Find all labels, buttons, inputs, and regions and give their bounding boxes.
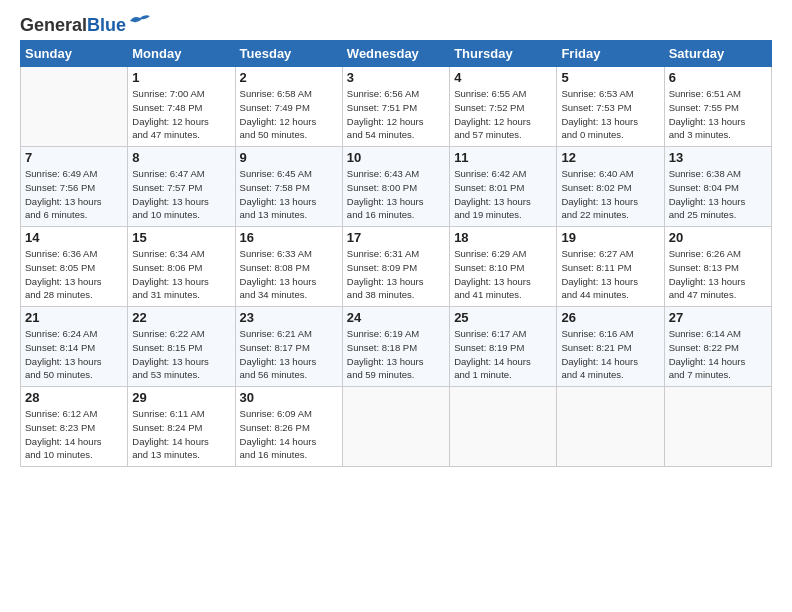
day-number: 18 [454,230,552,245]
day-info: Sunrise: 6:45 AM Sunset: 7:58 PM Dayligh… [240,167,338,222]
weekday-header-friday: Friday [557,41,664,67]
calendar-cell: 19Sunrise: 6:27 AM Sunset: 8:11 PM Dayli… [557,227,664,307]
day-number: 25 [454,310,552,325]
week-row-2: 7Sunrise: 6:49 AM Sunset: 7:56 PM Daylig… [21,147,772,227]
day-number: 29 [132,390,230,405]
week-row-5: 28Sunrise: 6:12 AM Sunset: 8:23 PM Dayli… [21,387,772,467]
day-info: Sunrise: 7:00 AM Sunset: 7:48 PM Dayligh… [132,87,230,142]
day-number: 19 [561,230,659,245]
logo-bird-icon [128,13,150,29]
day-info: Sunrise: 6:17 AM Sunset: 8:19 PM Dayligh… [454,327,552,382]
day-info: Sunrise: 6:29 AM Sunset: 8:10 PM Dayligh… [454,247,552,302]
day-info: Sunrise: 6:12 AM Sunset: 8:23 PM Dayligh… [25,407,123,462]
day-number: 16 [240,230,338,245]
day-info: Sunrise: 6:42 AM Sunset: 8:01 PM Dayligh… [454,167,552,222]
calendar-cell: 4Sunrise: 6:55 AM Sunset: 7:52 PM Daylig… [450,67,557,147]
week-row-3: 14Sunrise: 6:36 AM Sunset: 8:05 PM Dayli… [21,227,772,307]
calendar-cell [557,387,664,467]
day-number: 13 [669,150,767,165]
day-number: 30 [240,390,338,405]
day-info: Sunrise: 6:58 AM Sunset: 7:49 PM Dayligh… [240,87,338,142]
day-info: Sunrise: 6:19 AM Sunset: 8:18 PM Dayligh… [347,327,445,382]
header: GeneralBlue [20,16,772,34]
day-number: 1 [132,70,230,85]
calendar-cell: 23Sunrise: 6:21 AM Sunset: 8:17 PM Dayli… [235,307,342,387]
calendar-cell: 20Sunrise: 6:26 AM Sunset: 8:13 PM Dayli… [664,227,771,307]
calendar-cell: 25Sunrise: 6:17 AM Sunset: 8:19 PM Dayli… [450,307,557,387]
calendar-cell: 3Sunrise: 6:56 AM Sunset: 7:51 PM Daylig… [342,67,449,147]
day-info: Sunrise: 6:21 AM Sunset: 8:17 PM Dayligh… [240,327,338,382]
day-info: Sunrise: 6:22 AM Sunset: 8:15 PM Dayligh… [132,327,230,382]
day-number: 9 [240,150,338,165]
calendar-cell [450,387,557,467]
calendar: SundayMondayTuesdayWednesdayThursdayFrid… [20,40,772,467]
day-number: 17 [347,230,445,245]
weekday-header-tuesday: Tuesday [235,41,342,67]
weekday-header-thursday: Thursday [450,41,557,67]
calendar-cell: 16Sunrise: 6:33 AM Sunset: 8:08 PM Dayli… [235,227,342,307]
logo: GeneralBlue [20,16,150,34]
week-row-1: 1Sunrise: 7:00 AM Sunset: 7:48 PM Daylig… [21,67,772,147]
day-number: 15 [132,230,230,245]
day-number: 14 [25,230,123,245]
day-info: Sunrise: 6:40 AM Sunset: 8:02 PM Dayligh… [561,167,659,222]
calendar-cell: 1Sunrise: 7:00 AM Sunset: 7:48 PM Daylig… [128,67,235,147]
weekday-header-monday: Monday [128,41,235,67]
calendar-cell: 27Sunrise: 6:14 AM Sunset: 8:22 PM Dayli… [664,307,771,387]
day-info: Sunrise: 6:11 AM Sunset: 8:24 PM Dayligh… [132,407,230,462]
calendar-cell: 15Sunrise: 6:34 AM Sunset: 8:06 PM Dayli… [128,227,235,307]
calendar-cell [342,387,449,467]
calendar-cell: 26Sunrise: 6:16 AM Sunset: 8:21 PM Dayli… [557,307,664,387]
logo-blue: Blue [87,15,126,35]
logo-general: General [20,15,87,35]
calendar-cell: 10Sunrise: 6:43 AM Sunset: 8:00 PM Dayli… [342,147,449,227]
calendar-cell: 21Sunrise: 6:24 AM Sunset: 8:14 PM Dayli… [21,307,128,387]
calendar-cell: 30Sunrise: 6:09 AM Sunset: 8:26 PM Dayli… [235,387,342,467]
calendar-cell: 11Sunrise: 6:42 AM Sunset: 8:01 PM Dayli… [450,147,557,227]
day-number: 2 [240,70,338,85]
day-info: Sunrise: 6:36 AM Sunset: 8:05 PM Dayligh… [25,247,123,302]
day-number: 21 [25,310,123,325]
weekday-header-saturday: Saturday [664,41,771,67]
calendar-cell: 28Sunrise: 6:12 AM Sunset: 8:23 PM Dayli… [21,387,128,467]
calendar-cell [21,67,128,147]
day-info: Sunrise: 6:43 AM Sunset: 8:00 PM Dayligh… [347,167,445,222]
day-info: Sunrise: 6:31 AM Sunset: 8:09 PM Dayligh… [347,247,445,302]
day-number: 4 [454,70,552,85]
calendar-cell: 8Sunrise: 6:47 AM Sunset: 7:57 PM Daylig… [128,147,235,227]
calendar-cell: 29Sunrise: 6:11 AM Sunset: 8:24 PM Dayli… [128,387,235,467]
calendar-cell: 22Sunrise: 6:22 AM Sunset: 8:15 PM Dayli… [128,307,235,387]
calendar-cell: 24Sunrise: 6:19 AM Sunset: 8:18 PM Dayli… [342,307,449,387]
day-number: 6 [669,70,767,85]
day-number: 7 [25,150,123,165]
weekday-header-sunday: Sunday [21,41,128,67]
day-number: 28 [25,390,123,405]
calendar-cell: 5Sunrise: 6:53 AM Sunset: 7:53 PM Daylig… [557,67,664,147]
calendar-cell: 9Sunrise: 6:45 AM Sunset: 7:58 PM Daylig… [235,147,342,227]
day-info: Sunrise: 6:49 AM Sunset: 7:56 PM Dayligh… [25,167,123,222]
day-info: Sunrise: 6:47 AM Sunset: 7:57 PM Dayligh… [132,167,230,222]
weekday-header-row: SundayMondayTuesdayWednesdayThursdayFrid… [21,41,772,67]
calendar-cell: 12Sunrise: 6:40 AM Sunset: 8:02 PM Dayli… [557,147,664,227]
day-info: Sunrise: 6:24 AM Sunset: 8:14 PM Dayligh… [25,327,123,382]
day-number: 5 [561,70,659,85]
day-info: Sunrise: 6:53 AM Sunset: 7:53 PM Dayligh… [561,87,659,142]
day-number: 8 [132,150,230,165]
calendar-cell [664,387,771,467]
calendar-cell: 6Sunrise: 6:51 AM Sunset: 7:55 PM Daylig… [664,67,771,147]
day-number: 10 [347,150,445,165]
day-info: Sunrise: 6:56 AM Sunset: 7:51 PM Dayligh… [347,87,445,142]
day-info: Sunrise: 6:09 AM Sunset: 8:26 PM Dayligh… [240,407,338,462]
day-number: 12 [561,150,659,165]
day-number: 27 [669,310,767,325]
day-info: Sunrise: 6:16 AM Sunset: 8:21 PM Dayligh… [561,327,659,382]
calendar-cell: 14Sunrise: 6:36 AM Sunset: 8:05 PM Dayli… [21,227,128,307]
day-info: Sunrise: 6:38 AM Sunset: 8:04 PM Dayligh… [669,167,767,222]
day-number: 11 [454,150,552,165]
calendar-cell: 17Sunrise: 6:31 AM Sunset: 8:09 PM Dayli… [342,227,449,307]
page: GeneralBlue SundayMondayTuesdayWednesday… [0,0,792,612]
calendar-cell: 2Sunrise: 6:58 AM Sunset: 7:49 PM Daylig… [235,67,342,147]
calendar-cell: 7Sunrise: 6:49 AM Sunset: 7:56 PM Daylig… [21,147,128,227]
day-number: 24 [347,310,445,325]
day-info: Sunrise: 6:34 AM Sunset: 8:06 PM Dayligh… [132,247,230,302]
